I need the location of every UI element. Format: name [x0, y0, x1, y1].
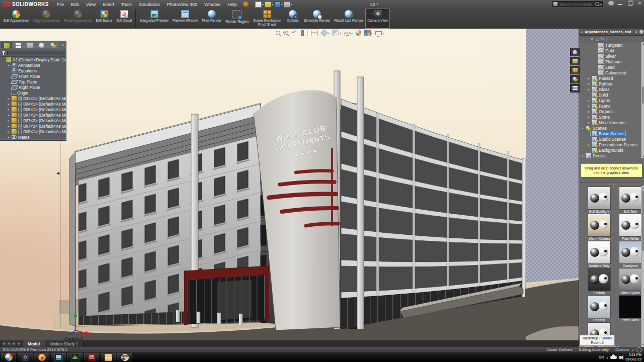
tab-nav-arrow-icon[interactable]: ◀: [7, 341, 11, 346]
tree-item[interactable]: Right Plane: [0, 84, 66, 90]
scene-thumbnail[interactable]: [588, 241, 610, 263]
open-document-icon[interactable]: [265, 2, 271, 8]
expand-arrow-icon[interactable]: ▸: [7, 102, 11, 106]
model-tab[interactable]: Motion Study 1: [45, 340, 84, 347]
restore-button[interactable]: [627, 1, 633, 6]
print-icon[interactable]: [284, 2, 290, 8]
tree-item[interactable]: Solid: [579, 92, 641, 98]
photos-icon[interactable]: [51, 353, 66, 361]
display-style-icon[interactable]: [333, 30, 339, 36]
toolbar-button[interactable]: Scene Illumination Proof Sheet: [251, 9, 284, 29]
tree-item[interactable]: ▸ Presentation Scenes: [579, 142, 641, 147]
scene-thumbnail[interactable]: [619, 296, 641, 318]
expand-arrow-icon[interactable]: ▾: [581, 126, 585, 130]
tree-item[interactable]: Basic Scenes: [579, 131, 641, 136]
menu-item[interactable]: Help: [224, 2, 240, 7]
thumbnails-scrollbar[interactable]: ▲ ▼: [641, 186, 644, 347]
language-indicator[interactable]: SR: [599, 355, 604, 359]
search-commands-box[interactable]: ▾: [552, 1, 603, 7]
toolbar-button[interactable]: Schedule Render: [302, 9, 333, 29]
task-pane-tab[interactable]: [570, 75, 580, 83]
task-pane-tab[interactable]: [570, 57, 580, 65]
dropdown-caret-icon[interactable]: ▾: [281, 3, 283, 6]
app-2018-icon[interactable]: 2018: [67, 353, 83, 361]
minimize-button[interactable]: [617, 1, 624, 6]
tree-scrollbar[interactable]: ▲ ▼: [641, 42, 644, 158]
expand-arrow-icon[interactable]: ▸: [7, 119, 11, 122]
scene-thumbnail[interactable]: [588, 296, 610, 318]
expand-arrow-icon[interactable]: ▸: [587, 104, 591, 108]
scene-thumbnail[interactable]: [619, 187, 641, 209]
zoom-area-icon[interactable]: [284, 31, 288, 35]
paint-icon[interactable]: [117, 353, 132, 361]
tree-item[interactable]: ▸ Stone: [579, 114, 641, 120]
edit-appearance-icon[interactable]: [356, 30, 361, 36]
tree-item[interactable]: ▸ Rubber: [579, 81, 641, 86]
new-document-icon[interactable]: [255, 2, 262, 8]
expand-arrow-icon[interactable]: ▸: [587, 115, 591, 119]
scene-thumbnail[interactable]: [619, 268, 641, 291]
speaker-icon[interactable]: [619, 356, 621, 359]
menu-item[interactable]: Tools: [118, 2, 135, 7]
menu-item[interactable]: Window: [201, 2, 224, 7]
back-icon[interactable]: ←: [582, 37, 587, 42]
firefox-icon[interactable]: [34, 353, 49, 361]
tree-item[interactable]: Platinum: [579, 59, 641, 64]
start-button[interactable]: [1, 353, 16, 361]
tree-item[interactable]: ▾ Scenes: [579, 125, 641, 131]
toolbar-button[interactable]: Recall Last Render: [332, 9, 365, 29]
hide-show-items-icon[interactable]: [344, 32, 351, 36]
tree-item[interactable]: ▸ Fabric: [579, 103, 641, 109]
menu-item[interactable]: File: [53, 2, 68, 7]
tree-item[interactable]: Backgrounds: [579, 147, 641, 153]
manager-tab[interactable]: [13, 42, 24, 48]
dropdown-caret-icon[interactable]: ▾: [382, 31, 384, 35]
toolbar-button[interactable]: Paste Appearance: [62, 9, 94, 29]
expand-arrow-icon[interactable]: ▸: [587, 121, 591, 124]
expand-arrow-icon[interactable]: ▸: [7, 135, 11, 139]
dropdown-caret-icon[interactable]: ▾: [340, 31, 341, 35]
tree-item[interactable]: ▸ (-) 006<1> (Default<As Machined>: [0, 107, 66, 112]
manager-tab[interactable]: [24, 42, 35, 48]
expand-arrow-icon[interactable]: ▸: [587, 143, 591, 146]
toolbar-button[interactable]: Camera View: [365, 9, 390, 29]
toolbar-button[interactable]: Preview Window: [171, 9, 200, 29]
expand-arrow-icon[interactable]: ▸: [587, 110, 591, 113]
tree-item[interactable]: Front Plane: [0, 73, 66, 79]
tab-nav-arrow-icon[interactable]: ▶: [17, 341, 21, 346]
tree-item[interactable]: ▸ (f) 001<1> (Default<As Machined>: [0, 96, 66, 101]
tree-item[interactable]: Equations: [0, 68, 66, 73]
toolbar-button[interactable]: Edit Scene: [94, 9, 115, 29]
scene-thumbnail[interactable]: [588, 214, 610, 236]
gear-icon[interactable]: [634, 30, 638, 34]
zoom-fit-icon[interactable]: [276, 31, 280, 35]
expand-arrow-icon[interactable]: ▸: [587, 87, 591, 91]
tab-nav-arrow-icon[interactable]: ▶: [12, 341, 16, 346]
tree-item[interactable]: ▸ Miscellaneous: [579, 120, 641, 125]
scene-thumbnail[interactable]: [588, 268, 610, 291]
dropdown-caret-icon[interactable]: ▾: [272, 3, 273, 6]
search-caret-icon[interactable]: ▾: [600, 3, 602, 6]
view-orientation-icon[interactable]: [320, 29, 328, 36]
graphics-area[interactable]: WING CLUB APARTMENTS ★ ★ ★ ★: [0, 29, 579, 340]
tree-item[interactable]: ▸ Lights: [579, 98, 641, 103]
refresh-icon[interactable]: ↻: [600, 37, 604, 42]
cloud-icon[interactable]: [610, 356, 617, 359]
apply-scene-icon[interactable]: [365, 30, 370, 36]
tree-item[interactable]: ▸ (-) 007<1> (Default<As Machined>: [0, 112, 66, 118]
search-scope-icon[interactable]: [553, 2, 557, 6]
tree-item[interactable]: Tungsten: [579, 42, 641, 48]
dropdown-caret-icon[interactable]: ▾: [371, 31, 372, 35]
tree-item[interactable]: ▸ (-) 008<1> (Default<As Machined>: [0, 129, 66, 134]
menu-item[interactable]: Insert: [99, 2, 118, 7]
panel-collapse-arrow-icon[interactable]: ◀: [56, 171, 59, 175]
tree-item[interactable]: ▸ Painted: [579, 75, 641, 81]
units-selector[interactable]: Custom: [615, 347, 629, 352]
toolbar-button[interactable]: Render Region: [223, 9, 251, 29]
file-explorer-icon[interactable]: [101, 353, 116, 361]
model-tab[interactable]: Model: [23, 340, 45, 347]
web-help-icon[interactable]: [636, 347, 641, 352]
search-input[interactable]: [558, 2, 594, 7]
home-icon[interactable]: ⌂: [596, 37, 599, 42]
dropdown-caret-icon[interactable]: ▾: [328, 31, 330, 35]
